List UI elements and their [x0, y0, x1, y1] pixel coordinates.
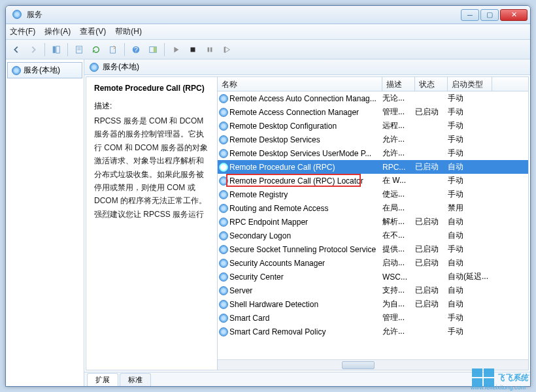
- menu-view[interactable]: 查看(V): [80, 26, 106, 37]
- service-row[interactable]: Remote Access Auto Connection Manag...无论…: [218, 91, 528, 105]
- help-button[interactable]: ?: [128, 42, 144, 57]
- service-row[interactable]: Remote Desktop Configuration远程...手动: [218, 119, 528, 133]
- separator: [164, 43, 165, 56]
- service-desc: 启动...: [382, 257, 415, 269]
- tab-standard[interactable]: 标准: [120, 373, 151, 386]
- service-desc: 支持...: [382, 285, 415, 296]
- service-desc: 在局...: [382, 203, 415, 214]
- gear-icon: [218, 327, 229, 336]
- service-row[interactable]: Remote Registry使远...手动: [218, 188, 528, 201]
- gear-icon: [218, 94, 229, 103]
- show-hide-tree-button[interactable]: [48, 42, 64, 57]
- separator: [124, 43, 125, 56]
- service-startup: 自动: [448, 216, 492, 227]
- content-body: Remote Procedure Call (RPC) 描述: RPCSS 服务…: [86, 76, 529, 370]
- stop-service-button[interactable]: [185, 42, 201, 57]
- service-desc: 提供...: [382, 244, 415, 255]
- service-startup: 手动: [448, 244, 492, 255]
- service-row[interactable]: Remote Access Connection Manager管理...已启动…: [218, 105, 528, 119]
- service-row[interactable]: Routing and Remote Access在局...禁用: [218, 201, 528, 215]
- service-desc: 使远...: [382, 189, 415, 200]
- service-name: Security Center: [229, 272, 382, 282]
- service-row[interactable]: Smart Card管理...手动: [218, 311, 528, 325]
- service-startup: 自动: [448, 285, 492, 296]
- service-name: Remote Registry: [229, 190, 382, 199]
- service-row[interactable]: Remote Procedure Call (RPC) Locator在 W..…: [218, 174, 528, 188]
- service-row[interactable]: Secure Socket Tunneling Protocol Service…: [218, 242, 528, 256]
- svg-rect-1: [56, 46, 59, 53]
- refresh-button[interactable]: [88, 42, 104, 57]
- menu-file[interactable]: 文件(F): [10, 26, 35, 37]
- gear-icon: [218, 314, 229, 323]
- back-button[interactable]: [8, 42, 24, 57]
- col-startup[interactable]: 启动类型: [448, 77, 492, 91]
- service-startup: 手动: [448, 175, 492, 186]
- services-window: 服务 ─ ▢ ✕ 文件(F) 操作(A) 查看(V) 帮助(H) ?: [5, 5, 531, 387]
- svg-text:?: ?: [134, 45, 138, 53]
- svg-rect-12: [210, 47, 212, 52]
- content-heading: 服务(本地): [103, 61, 139, 73]
- service-row[interactable]: Remote Procedure Call (RPC)RPC...已启动自动: [218, 160, 528, 174]
- col-desc[interactable]: 描述: [382, 77, 415, 91]
- service-status: 已启动: [415, 285, 448, 296]
- service-status: 已启动: [415, 299, 448, 310]
- service-row[interactable]: Server支持...已启动自动: [218, 284, 528, 297]
- detail-desc: RPCSS 服务是 COM 和 DCOM 服务器的服务控制管理器。它执行 COM…: [94, 114, 209, 221]
- service-row[interactable]: Remote Desktop Services UserMode P...允许.…: [218, 146, 528, 160]
- service-name: Security Accounts Manager: [229, 259, 382, 268]
- tab-extended[interactable]: 扩展: [87, 373, 118, 386]
- service-startup: 手动: [448, 148, 492, 159]
- service-row[interactable]: Security CenterWSC...自动(延迟...: [218, 270, 528, 284]
- service-desc: 解析...: [382, 216, 415, 227]
- gear-icon: [218, 259, 229, 268]
- gear-icon: [218, 176, 229, 186]
- gear-icon: [218, 245, 229, 254]
- maximize-button[interactable]: ▢: [480, 9, 499, 21]
- menu-action[interactable]: 操作(A): [44, 26, 71, 37]
- minimize-button[interactable]: ─: [461, 9, 479, 21]
- horizontal-scrollbar[interactable]: [218, 359, 528, 370]
- toolbar: ?: [6, 40, 530, 59]
- titlebar[interactable]: 服务 ─ ▢ ✕: [6, 6, 530, 24]
- content-header: 服务(本地): [84, 59, 530, 75]
- service-row[interactable]: Smart Card Removal Policy允许...手动: [218, 325, 528, 338]
- col-status[interactable]: 状态: [415, 77, 448, 91]
- service-desc: 无论...: [382, 93, 415, 104]
- menubar: 文件(F) 操作(A) 查看(V) 帮助(H): [6, 24, 530, 40]
- close-button[interactable]: ✕: [500, 9, 528, 21]
- properties-button[interactable]: [71, 42, 87, 57]
- tree-pane: 服务(本地): [6, 59, 84, 386]
- restart-service-button[interactable]: [219, 42, 235, 57]
- service-row[interactable]: Shell Hardware Detection为自...已启动自动: [218, 297, 528, 311]
- content-pane: 服务(本地) Remote Procedure Call (RPC) 描述: R…: [84, 59, 530, 386]
- service-startup: 手动: [448, 312, 492, 323]
- tree-root-item[interactable]: 服务(本地): [7, 62, 82, 78]
- service-status: 已启动: [415, 216, 448, 227]
- pause-service-button[interactable]: [202, 42, 218, 57]
- detail-title: Remote Procedure Call (RPC): [94, 84, 209, 93]
- service-name: Server: [229, 286, 382, 295]
- service-row[interactable]: Remote Desktop Services允许...手动: [218, 133, 528, 146]
- service-row[interactable]: Secondary Logon在不...自动: [218, 229, 528, 242]
- service-desc: 允许...: [382, 134, 415, 145]
- service-row[interactable]: RPC Endpoint Mapper解析...已启动自动: [218, 215, 528, 229]
- service-startup: 手动: [448, 189, 492, 200]
- forward-button[interactable]: [25, 42, 41, 57]
- service-startup: 手动: [448, 93, 492, 104]
- col-name[interactable]: 名称: [218, 77, 382, 91]
- action-pane-button[interactable]: [145, 42, 161, 57]
- service-row[interactable]: Security Accounts Manager启动...已启动自动: [218, 256, 528, 270]
- column-headers: 名称 描述 状态 启动类型: [218, 77, 528, 91]
- separator: [44, 43, 45, 56]
- export-button[interactable]: [105, 42, 121, 57]
- scrollbar-thumb[interactable]: [342, 361, 375, 369]
- service-name: Remote Procedure Call (RPC): [229, 163, 382, 172]
- service-desc: 管理...: [382, 312, 415, 323]
- service-startup: 手动: [448, 326, 492, 337]
- service-name: Remote Access Connection Manager: [229, 108, 382, 117]
- menu-help[interactable]: 帮助(H): [115, 26, 142, 37]
- gear-icon: [218, 122, 229, 131]
- service-name: Secondary Logon: [229, 231, 382, 240]
- svg-rect-9: [154, 46, 156, 52]
- start-service-button[interactable]: [168, 42, 184, 57]
